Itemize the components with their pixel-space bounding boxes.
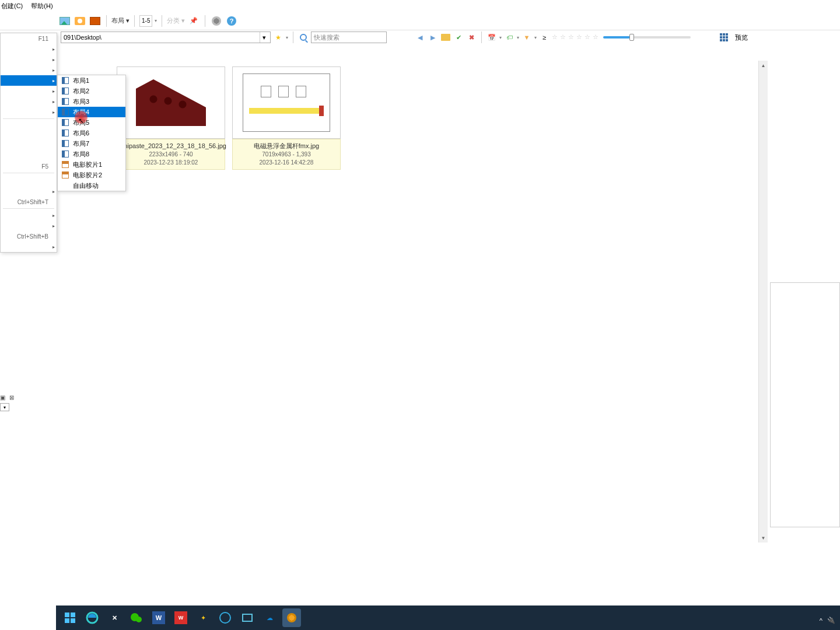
separator [106,15,107,27]
svg-point-6 [136,617,142,622]
taskbar-app4[interactable] [238,608,257,627]
view-mode-label[interactable]: 预览 [735,33,748,42]
gte-icon[interactable]: ≥ [539,32,550,43]
zoom-slider-thumb[interactable] [629,34,634,41]
star-icon[interactable]: ☆ [593,33,601,41]
folder-icon[interactable] [440,32,451,43]
favorite-icon[interactable]: ★ [273,32,284,43]
menu-item[interactable]: Ctrl+Shift+T [1,197,57,207]
menu-help[interactable]: 帮助(H) [31,2,52,10]
separator [134,15,135,27]
page-range-input[interactable] [139,15,152,27]
panel-dropdown[interactable]: ▾ [0,403,9,411]
pin-icon[interactable]: 📌 [187,15,200,27]
path-field[interactable]: 091\Desktop\ ▾ [61,32,271,43]
dropdown-caret-icon[interactable]: ▾ [155,18,157,23]
path-text: 091\Desktop\ [64,34,102,41]
side-controls: ▣ ⊠ ▾ [0,394,15,411]
layout-option-free[interactable]: 自由移动 [58,180,125,191]
start-button[interactable] [61,608,79,627]
taskbar-onedrive[interactable]: ☁ [260,608,279,627]
sort-dropdown[interactable]: 分类 ▾ [167,16,185,25]
menu-item[interactable] [1,210,57,220]
menu-item[interactable] [1,44,57,54]
layout-option-filmstrip2[interactable]: 电影胶片2 [58,170,125,180]
taskbar-app2[interactable]: ✦ [194,608,212,627]
tray-expand-icon[interactable]: ^ [820,617,822,624]
taskbar-wechat[interactable] [127,608,146,627]
menu-item[interactable]: F11 [1,33,57,44]
layout-option-2[interactable]: 布局2 [58,86,125,96]
thumbnail-image[interactable] [232,66,341,139]
search-input[interactable]: 快速搜索 [311,32,387,43]
check-icon[interactable]: ✔ [453,32,464,43]
slideshow-icon[interactable] [89,15,102,27]
layout-option-6[interactable]: 布局6 [58,128,125,138]
menu-item[interactable]: F5 [1,161,57,172]
layout-option-4[interactable]: 布局4 [58,107,125,117]
thumbnail-image[interactable] [117,66,225,139]
zoom-slider[interactable] [603,36,691,38]
menu-item[interactable] [1,96,57,107]
tag-icon[interactable]: 🏷 [504,32,514,43]
menu-item[interactable] [1,54,57,65]
star-icon[interactable]: ☆ [576,33,584,41]
menu-item[interactable] [1,220,57,231]
layout-option-7[interactable]: 布局7 [58,138,125,149]
favorite-dropdown-icon[interactable]: ▾ [286,35,288,40]
taskbar-wps[interactable]: W [172,608,190,627]
separator [162,15,162,27]
path-dropdown-icon[interactable]: ▾ [260,32,268,43]
menu-item[interactable] [1,65,57,75]
taskbar-word[interactable]: W [149,608,168,627]
help-icon[interactable]: ? [225,15,238,27]
rating-stars[interactable]: ☆ ☆ ☆ ☆ ☆ ☆ [552,33,601,41]
layout-option-5[interactable]: 布局5 [58,117,125,128]
layout-dropdown[interactable]: 布局 ▾ [111,16,130,25]
menu-item-layout[interactable] [1,75,57,86]
svg-rect-2 [65,618,69,623]
star-icon[interactable]: ☆ [568,33,576,41]
layout-option-filmstrip1[interactable]: 电影胶片1 [58,159,125,170]
layout-option-1[interactable]: 布局1 [58,75,125,86]
layout-option-8[interactable]: 布局8 [58,149,125,159]
star-icon[interactable]: ☆ [560,33,568,41]
taskbar-app3[interactable] [216,608,235,627]
scroll-down-icon[interactable]: ▼ [759,533,768,542]
menu-create[interactable]: 创建(C) [1,2,23,10]
scroll-up-icon[interactable]: ▲ [759,61,768,70]
menu-item[interactable] [1,186,57,197]
menu-item[interactable] [1,242,57,252]
thumbnail-grid: Snipaste_2023_12_23_18_18_56.jpg 2233x14… [117,66,341,170]
search-icon [298,32,309,43]
delete-icon[interactable]: ✖ [466,32,477,43]
settings-icon[interactable] [210,15,223,27]
menu-separator [3,118,54,119]
nav-back-icon[interactable]: ◀ [415,32,425,43]
context-menu-primary: F11 F5 Ctrl+Shift+T Ctrl+Shift+B [0,33,57,253]
toolbar: 布局 ▾ ▾ 分类 ▾ 📌 ? [0,12,840,30]
system-tray[interactable]: ^ 🔌 [820,617,835,624]
taskbar-current-app[interactable] [282,608,301,627]
nav-forward-icon[interactable]: ▶ [428,32,438,43]
taskbar-app[interactable]: ✕ [105,608,124,627]
star-icon[interactable]: ☆ [552,33,560,41]
vertical-scrollbar[interactable]: ▲ ▼ [758,61,768,542]
context-menu-layout: 布局1 布局2 布局3 布局4 布局5 布局6 布局7 布局8 电影胶片1 电影… [57,75,126,191]
tray-usb-icon[interactable]: 🔌 [827,617,835,624]
menu-item[interactable]: Ctrl+Shift+B [1,231,57,242]
taskbar-edge[interactable] [83,608,102,627]
filter-icon[interactable]: ▼ [522,32,532,43]
image-icon[interactable] [58,15,71,27]
thumbnail-filename: 电磁悬浮金属杆fmx.jpg [235,142,338,150]
menu-item[interactable] [1,86,57,96]
thumbnail-item[interactable]: Snipaste_2023_12_23_18_18_56.jpg 2233x14… [117,66,225,170]
grid-view-icon[interactable] [719,32,729,43]
panel-icons[interactable]: ▣ ⊠ [0,394,15,401]
layout-option-3[interactable]: 布局3 [58,96,125,107]
star-icon[interactable]: ☆ [584,33,593,41]
thumbnail-item[interactable]: 电磁悬浮金属杆fmx.jpg 7019x4963 - 1,393 2023-12… [232,66,341,170]
calendar-icon[interactable]: 📅 [487,32,497,43]
camera-icon[interactable] [74,15,86,27]
menu-item[interactable] [1,107,57,117]
